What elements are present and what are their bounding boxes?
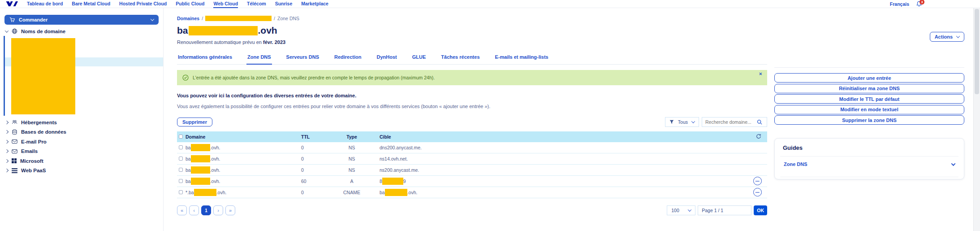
tab-glue[interactable]: GLUE — [411, 54, 427, 65]
nav-sunrise[interactable]: Sunrise — [275, 0, 293, 8]
sidebar-item-label: Bases de données — [21, 129, 66, 135]
sidebar-item-bases-de-donnees[interactable]: Bases de données — [0, 127, 163, 137]
chevron-down-icon — [951, 161, 956, 166]
breadcrumb-domaines-link[interactable]: Domaines — [177, 16, 199, 21]
chevron-right-icon — [5, 121, 9, 124]
domain-prefix: *.ba — [186, 190, 194, 195]
last-page-button[interactable]: » — [225, 205, 235, 215]
next-page-button[interactable]: › — [213, 205, 223, 215]
row-actions-menu-icon[interactable]: ••• — [753, 188, 762, 196]
row-checkbox[interactable] — [179, 168, 183, 172]
sidebar-item-hebergements[interactable]: Hébergements — [0, 118, 163, 127]
target-cell: dns200.anycast.me. — [380, 142, 422, 153]
nav-web-cloud[interactable]: Web Cloud — [213, 0, 238, 8]
chevron-right-icon — [5, 149, 9, 153]
domain-prefix: ba — [186, 179, 191, 184]
previous-page-button[interactable]: ‹ — [189, 205, 199, 215]
nav-telecom[interactable]: Télécom — [247, 0, 266, 8]
layers-icon — [12, 168, 17, 173]
domain-list — [0, 36, 163, 116]
table-row: *.ba.ovh. 0 CNAME ba.ovh. ••• — [177, 187, 767, 198]
add-entry-button[interactable]: Ajouter une entrée — [774, 73, 964, 83]
notification-count-badge: 3 — [920, 0, 924, 4]
redacted-text — [191, 178, 210, 185]
domain-suffix: .ovh. — [210, 156, 220, 161]
nav-bare-metal-cloud[interactable]: Bare Metal Cloud — [72, 0, 110, 8]
tab-serveurs-dns[interactable]: Serveurs DNS — [285, 54, 320, 65]
table-row: ba.ovh. 0 NS ns200.anycast.me. — [177, 165, 767, 176]
page-size-select[interactable]: 100 — [667, 205, 695, 215]
guide-link-zone-dns[interactable]: Zone DNS — [783, 157, 956, 172]
tab-taches-recentes[interactable]: Tâches récentes — [440, 54, 480, 65]
tab-informations-generales[interactable]: Informations générales — [177, 54, 233, 65]
search-input[interactable] — [705, 119, 757, 125]
nav-hosted-private-cloud[interactable]: Hosted Private Cloud — [119, 0, 167, 8]
chevron-down-icon — [688, 208, 691, 211]
sidebar-item-noms-de-domaine[interactable]: Noms de domaine — [5, 28, 65, 34]
edit-text-mode-button[interactable]: Modifier en mode textuel — [774, 105, 964, 114]
tab-emails-et-mailing-lists[interactable]: E-mails et mailing-lists — [494, 54, 549, 65]
tab-redirection[interactable]: Redirection — [333, 54, 363, 65]
ovhcloud-logo-icon[interactable] — [5, 1, 20, 7]
redacted-text — [191, 166, 210, 174]
row-checkbox[interactable] — [179, 157, 183, 161]
nav-public-cloud[interactable]: Public Cloud — [176, 0, 204, 8]
divider — [780, 177, 958, 177]
redacted-breadcrumb-domain — [205, 16, 272, 21]
actions-label: Actions — [935, 34, 953, 39]
scrollbar-thumb[interactable] — [975, 9, 979, 94]
ttl-cell: 0 — [301, 153, 304, 164]
domain-cell: ba.ovh. — [186, 153, 220, 164]
order-button[interactable]: Commander — [4, 15, 159, 25]
nav-marketplace[interactable]: Marketplace — [301, 0, 328, 8]
tab-zone-dns[interactable]: Zone DNS — [246, 54, 272, 65]
reset-zone-button[interactable]: Réinitialiser ma zone DNS — [774, 84, 964, 93]
domain-cell: ba.ovh. — [186, 142, 220, 153]
redacted-domain-list — [11, 38, 75, 114]
sidebar-item-label: E-mail Pro — [21, 139, 47, 144]
row-checkbox[interactable] — [179, 179, 183, 183]
domain-title-suffix: .ovh — [258, 25, 277, 36]
type-filter-select[interactable]: Tous — [665, 117, 699, 127]
row-checkbox[interactable] — [179, 145, 183, 149]
first-page-button[interactable]: « — [177, 205, 187, 215]
table-header: Domaine TTL Type Cible — [177, 131, 767, 142]
sidebar-item-web-paas[interactable]: Web PaaS — [0, 166, 163, 176]
domain-cell: *.ba.ovh. — [186, 187, 226, 198]
sidebar-item-emails[interactable]: Emails — [0, 147, 163, 157]
domain-title-prefix: ba — [177, 25, 188, 36]
table-row: ba.ovh. 60 A 89 ••• — [177, 176, 767, 187]
row-checkbox[interactable] — [179, 190, 183, 194]
success-alert: L'entrée a été ajoutée dans la zone DNS,… — [177, 70, 767, 85]
renewal-text: Renouvellement automatique prévu en — [177, 39, 262, 45]
notifications-button[interactable]: 3 — [916, 1, 922, 7]
close-icon[interactable]: ✕ — [759, 72, 762, 76]
select-all-checkbox[interactable] — [179, 135, 183, 139]
refresh-icon[interactable] — [756, 134, 761, 139]
row-actions-menu-icon[interactable]: ••• — [753, 177, 762, 185]
nav-tableau-de-bord[interactable]: Tableau de bord — [27, 0, 63, 8]
sidebar-item-label: Web PaaS — [21, 168, 46, 173]
column-header-type: Type — [334, 131, 370, 142]
renewal-date: févr. 2023 — [263, 39, 285, 45]
redacted-text — [194, 189, 216, 196]
edit-ttl-button[interactable]: Modifier le TTL par défaut — [774, 94, 964, 104]
page-indicator-input[interactable] — [698, 205, 751, 215]
target-suffix: .ovh. — [407, 190, 418, 195]
actions-button[interactable]: Actions — [930, 32, 964, 42]
redacted-text — [385, 189, 407, 196]
table-row: ba.ovh. 0 NS dns200.anycast.me. — [177, 142, 767, 153]
delete-zone-button[interactable]: Supprimer la zone DNS — [774, 115, 964, 125]
target-cell: ns14.ovh.net. — [380, 153, 408, 164]
tab-dynhost[interactable]: DynHost — [376, 54, 398, 65]
search-icon[interactable] — [757, 119, 762, 125]
language-selector[interactable]: Français — [890, 1, 909, 7]
domain-prefix: ba — [186, 145, 191, 150]
sidebar-item-microsoft[interactable]: Microsoft — [0, 156, 163, 166]
page-1-button[interactable]: 1 — [201, 205, 211, 215]
ok-button[interactable]: OK — [754, 205, 767, 215]
zone-actions: Ajouter une entrée Réinitialiser ma zone… — [774, 73, 964, 125]
sidebar-item-email-pro[interactable]: E-mail Pro — [0, 137, 163, 147]
domain-suffix: .ovh. — [216, 190, 227, 195]
delete-button[interactable]: Supprimer — [177, 118, 212, 126]
